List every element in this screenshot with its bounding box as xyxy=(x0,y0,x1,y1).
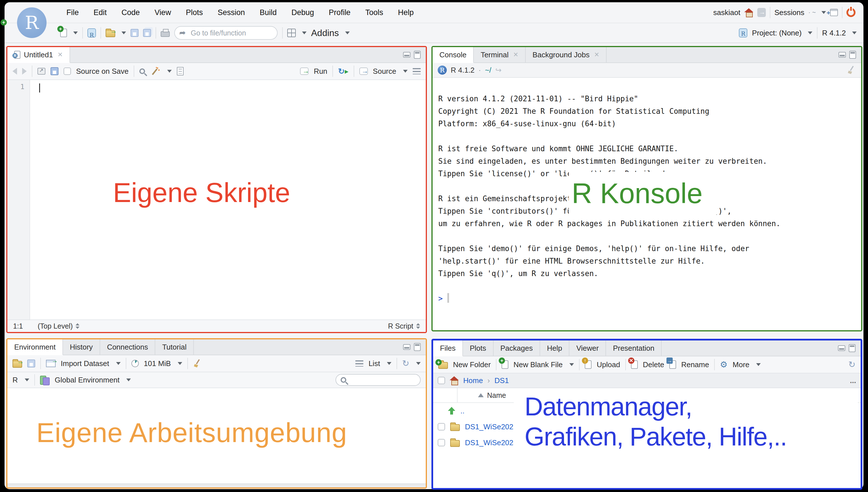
menu-file[interactable]: File xyxy=(59,8,86,17)
close-icon[interactable] xyxy=(57,51,63,58)
list-view-selector[interactable]: List xyxy=(368,359,380,368)
rename-button[interactable]: Rename xyxy=(681,360,709,369)
menu-profile[interactable]: Profile xyxy=(321,8,358,17)
maximize-icon[interactable] xyxy=(849,344,855,352)
select-all-checkbox[interactable] xyxy=(438,377,445,384)
file-link[interactable]: DS1_WiSe2023 xyxy=(465,438,517,447)
show-directory-icon[interactable] xyxy=(495,66,502,75)
sign-out-icon[interactable] xyxy=(757,8,766,17)
new-session-icon[interactable] xyxy=(830,9,838,16)
back-icon[interactable] xyxy=(13,68,17,75)
load-workspace-icon[interactable] xyxy=(13,361,22,368)
new-blank-file-button[interactable]: New Blank File xyxy=(513,360,562,369)
code-tools-dropdown-icon[interactable] xyxy=(167,70,172,73)
horizontal-scrollbar[interactable] xyxy=(7,484,426,488)
tab-terminal[interactable]: Terminal xyxy=(474,47,526,63)
new-folder-button[interactable]: New Folder xyxy=(453,360,491,369)
file-link[interactable]: DS1_WiSe2022 xyxy=(465,422,517,431)
tab-console[interactable]: Console xyxy=(433,47,474,63)
upload-button[interactable]: Upload xyxy=(597,360,620,369)
project-selector[interactable]: Project: (None) xyxy=(752,29,801,38)
tab-packages[interactable]: Packages xyxy=(493,341,540,356)
goto-file-input[interactable] xyxy=(174,26,278,40)
open-in-new-window-icon[interactable] xyxy=(38,68,45,75)
menu-build[interactable]: Build xyxy=(252,8,284,17)
tab-environment[interactable]: Environment xyxy=(7,339,63,355)
console-prompt-line[interactable]: > xyxy=(438,292,861,305)
menu-view[interactable]: View xyxy=(147,8,178,17)
memory-dropdown-icon[interactable] xyxy=(178,362,182,365)
new-project-icon[interactable]: + xyxy=(88,28,96,38)
breadcrumb-dir-link[interactable]: DS1 xyxy=(495,376,509,385)
document-outline-icon[interactable] xyxy=(413,68,421,74)
maximize-icon[interactable] xyxy=(849,51,856,59)
tab-help[interactable]: Help xyxy=(540,341,570,356)
menu-debug[interactable]: Debug xyxy=(284,8,321,17)
refresh-icon[interactable] xyxy=(402,359,409,368)
file-type-selector[interactable]: R Script xyxy=(388,322,420,330)
menu-help[interactable]: Help xyxy=(391,8,421,17)
clear-objects-broom-icon[interactable] xyxy=(193,359,202,368)
environment-search-input[interactable] xyxy=(350,376,412,384)
import-dataset-button[interactable]: Import Dataset xyxy=(61,359,109,368)
menu-edit[interactable]: Edit xyxy=(86,8,114,17)
r-version-selector[interactable]: R 4.1.2 xyxy=(822,29,846,38)
source-file-icon[interactable] xyxy=(359,68,368,75)
close-icon[interactable] xyxy=(513,51,518,58)
run-icon[interactable] xyxy=(300,68,309,75)
rerun-icon[interactable] xyxy=(338,67,348,76)
print-icon[interactable] xyxy=(161,31,170,37)
new-file-icon[interactable]: + xyxy=(60,29,67,37)
addins-button[interactable]: Addins xyxy=(311,28,339,38)
maximize-icon[interactable] xyxy=(414,51,421,59)
forward-icon[interactable] xyxy=(22,68,27,75)
tab-untitled1[interactable]: R Untitled1 xyxy=(7,47,70,63)
list-view-dropdown-icon[interactable] xyxy=(387,362,391,365)
more-dropdown-icon[interactable] xyxy=(756,363,761,366)
minimize-icon[interactable] xyxy=(403,52,410,57)
save-all-icon[interactable] xyxy=(143,29,151,37)
tab-viewer[interactable]: Viewer xyxy=(570,341,606,356)
addins-dropdown-icon[interactable] xyxy=(345,31,350,34)
project-dropdown-icon[interactable] xyxy=(808,31,812,34)
memory-usage-label[interactable]: 101 MiB xyxy=(144,359,171,368)
file-checkbox[interactable] xyxy=(438,439,445,446)
maximize-icon[interactable] xyxy=(414,343,421,351)
menu-session[interactable]: Session xyxy=(210,8,252,17)
more-columns-button[interactable]: ... xyxy=(850,376,856,385)
source-on-save-checkbox[interactable] xyxy=(64,68,71,75)
minimize-icon[interactable] xyxy=(839,52,846,57)
refresh-dropdown-icon[interactable] xyxy=(416,362,421,365)
breadcrumb-home-link[interactable]: Home xyxy=(463,376,483,385)
clear-console-broom-icon[interactable] xyxy=(847,66,856,75)
close-icon[interactable] xyxy=(594,51,599,58)
sessions-label[interactable]: Sessions xyxy=(774,8,804,17)
file-checkbox[interactable] xyxy=(438,423,445,430)
menu-plots[interactable]: Plots xyxy=(178,8,210,17)
tab-tutorial[interactable]: Tutorial xyxy=(155,339,194,355)
source-button[interactable]: Source xyxy=(373,67,396,76)
tab-plots[interactable]: Plots xyxy=(463,341,493,356)
more-button[interactable]: More xyxy=(732,360,749,369)
pane-layout-icon[interactable] xyxy=(287,29,296,37)
run-button[interactable]: Run xyxy=(314,67,327,76)
open-file-icon[interactable] xyxy=(105,30,115,37)
open-recent-dropdown-icon[interactable] xyxy=(121,31,126,34)
power-icon[interactable] xyxy=(846,8,855,17)
environment-scope-selector[interactable]: Global Environment xyxy=(55,376,120,385)
r-version-dropdown-icon[interactable] xyxy=(852,31,857,34)
save-icon[interactable] xyxy=(50,67,58,75)
find-replace-icon[interactable] xyxy=(139,68,145,74)
code-tools-wand-icon[interactable] xyxy=(150,67,160,76)
tab-background-jobs[interactable]: Background Jobs xyxy=(526,47,607,63)
home-icon[interactable] xyxy=(744,8,753,17)
compile-report-icon[interactable] xyxy=(177,67,184,75)
menu-code[interactable]: Code xyxy=(114,8,147,17)
save-workspace-icon[interactable] xyxy=(27,360,35,367)
tab-files[interactable]: Files xyxy=(433,341,463,356)
working-directory-label[interactable]: ~/ xyxy=(485,66,491,75)
chevron-down-icon[interactable] xyxy=(821,11,826,14)
delete-button[interactable]: Delete xyxy=(643,360,664,369)
new-file-dropdown-icon[interactable] xyxy=(73,31,78,34)
pane-layout-dropdown-icon[interactable] xyxy=(302,31,307,34)
